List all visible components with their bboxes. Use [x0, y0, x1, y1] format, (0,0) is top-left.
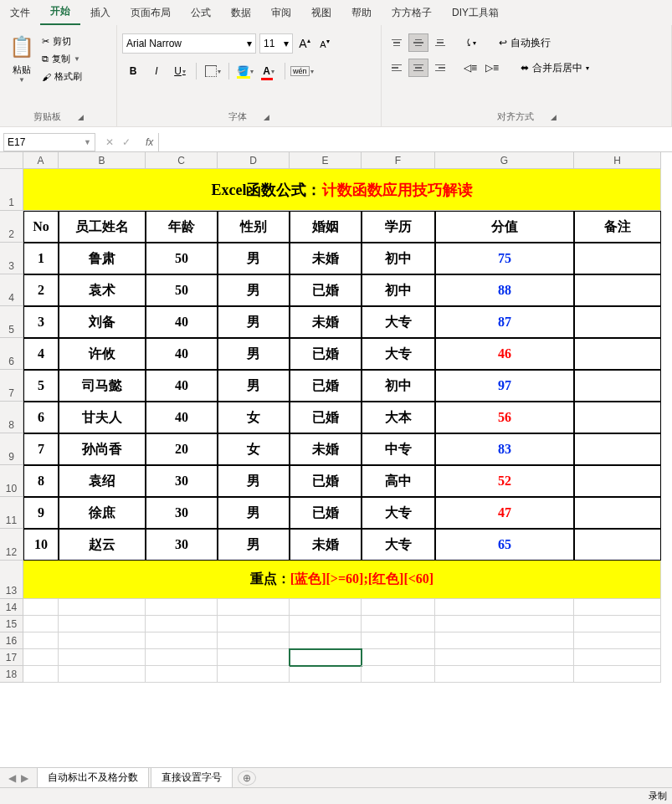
- cell[interactable]: 52: [435, 465, 574, 497]
- row-header-5[interactable]: 5: [0, 306, 23, 338]
- cell[interactable]: 男: [218, 243, 290, 274]
- cell[interactable]: [574, 497, 661, 529]
- cell[interactable]: 10: [23, 529, 59, 561]
- sheet-tab[interactable]: 自动标出不及格分数: [37, 767, 149, 789]
- border-button[interactable]: ▾: [202, 60, 223, 82]
- cell[interactable]: 袁绍: [59, 465, 146, 497]
- cell[interactable]: 83: [435, 433, 574, 465]
- cell[interactable]: [23, 666, 59, 683]
- cell[interactable]: 徐庶: [59, 497, 146, 529]
- cell[interactable]: [362, 616, 435, 632]
- font-color-button[interactable]: A▾: [258, 60, 280, 82]
- cell[interactable]: 75: [435, 243, 574, 274]
- cell[interactable]: 50: [146, 243, 218, 274]
- cell[interactable]: 56: [435, 402, 574, 433]
- cell[interactable]: 司马懿: [59, 370, 146, 402]
- cells-area[interactable]: Excel函数公式：计数函数应用技巧解读No员工姓名年龄性别婚姻学历分值备注1鲁…: [23, 169, 661, 683]
- cell[interactable]: 46: [435, 338, 574, 370]
- cell[interactable]: 分值: [435, 211, 574, 243]
- cell[interactable]: 已婚: [290, 370, 362, 402]
- align-right-button[interactable]: [430, 59, 450, 77]
- cell[interactable]: [574, 666, 661, 683]
- cell[interactable]: 已婚: [290, 274, 362, 306]
- cell[interactable]: [290, 632, 362, 649]
- tab-开始[interactable]: 开始: [40, 0, 80, 25]
- fx-icon[interactable]: fx: [141, 136, 158, 148]
- cell[interactable]: 初中: [362, 274, 435, 306]
- cell[interactable]: [146, 649, 218, 666]
- row-header-12[interactable]: 12: [0, 529, 23, 561]
- cell[interactable]: [574, 599, 661, 616]
- cell[interactable]: 孙尚香: [59, 433, 146, 465]
- decrease-font-button[interactable]: A▾: [316, 33, 333, 54]
- cell[interactable]: [362, 649, 435, 666]
- cell[interactable]: 婚姻: [290, 211, 362, 243]
- cell[interactable]: 男: [218, 306, 290, 338]
- row-header-2[interactable]: 2: [0, 211, 23, 243]
- name-box[interactable]: E17 ▼: [3, 133, 95, 151]
- cell[interactable]: [290, 616, 362, 632]
- cell[interactable]: 初中: [362, 370, 435, 402]
- col-header-F[interactable]: F: [362, 152, 435, 169]
- col-header-H[interactable]: H: [574, 152, 661, 169]
- cell[interactable]: 未婚: [290, 306, 362, 338]
- cell[interactable]: 30: [146, 497, 218, 529]
- col-header-C[interactable]: C: [146, 152, 218, 169]
- tab-视图[interactable]: 视图: [301, 1, 341, 25]
- cell[interactable]: 高中: [362, 465, 435, 497]
- align-left-button[interactable]: [387, 59, 407, 77]
- underline-button[interactable]: U▾: [169, 60, 191, 82]
- cell[interactable]: 备注: [574, 211, 661, 243]
- cell[interactable]: 初中: [362, 243, 435, 274]
- cell[interactable]: [574, 616, 661, 632]
- cell[interactable]: 男: [218, 529, 290, 561]
- dialog-launcher-icon[interactable]: ◢: [78, 113, 84, 121]
- cut-button[interactable]: ✂ 剪切: [42, 35, 82, 48]
- cell[interactable]: [362, 666, 435, 683]
- bold-button[interactable]: B: [122, 60, 144, 82]
- cell[interactable]: 3: [23, 306, 59, 338]
- add-sheet-button[interactable]: ⊕: [238, 771, 256, 786]
- cell[interactable]: 大专: [362, 529, 435, 561]
- cell[interactable]: [574, 465, 661, 497]
- align-middle-button[interactable]: [408, 33, 428, 52]
- cell[interactable]: [574, 338, 661, 370]
- formula-bar[interactable]: [158, 133, 672, 151]
- row-header-10[interactable]: 10: [0, 465, 23, 497]
- cell[interactable]: [23, 632, 59, 649]
- cell[interactable]: [574, 243, 661, 274]
- row-header-6[interactable]: 6: [0, 338, 23, 370]
- cell[interactable]: [146, 616, 218, 632]
- orientation-button[interactable]: ⤹▾: [460, 33, 480, 52]
- increase-indent-button[interactable]: ▷≡: [482, 59, 502, 77]
- row-header-17[interactable]: 17: [0, 649, 23, 666]
- format-painter-button[interactable]: 🖌 格式刷: [42, 70, 82, 83]
- cell[interactable]: 40: [146, 338, 218, 370]
- cell[interactable]: 已婚: [290, 497, 362, 529]
- cell[interactable]: [59, 616, 146, 632]
- row-header-14[interactable]: 14: [0, 599, 23, 616]
- row-header-7[interactable]: 7: [0, 370, 23, 402]
- cell[interactable]: [574, 433, 661, 465]
- cell[interactable]: 5: [23, 370, 59, 402]
- cell[interactable]: 65: [435, 529, 574, 561]
- cell[interactable]: 30: [146, 529, 218, 561]
- cell[interactable]: 大专: [362, 306, 435, 338]
- row-header-11[interactable]: 11: [0, 497, 23, 529]
- cell[interactable]: [59, 632, 146, 649]
- cell[interactable]: 大本: [362, 402, 435, 433]
- cell[interactable]: 赵云: [59, 529, 146, 561]
- cell[interactable]: [146, 666, 218, 683]
- row-header-1[interactable]: 1: [0, 169, 23, 211]
- cell[interactable]: 1: [23, 243, 59, 274]
- cell[interactable]: [574, 306, 661, 338]
- wrap-text-button[interactable]: ↩自动换行: [494, 34, 556, 52]
- cell[interactable]: [59, 649, 146, 666]
- cell[interactable]: 鲁肃: [59, 243, 146, 274]
- increase-font-button[interactable]: A▴: [296, 33, 313, 54]
- cell[interactable]: 男: [218, 497, 290, 529]
- tab-审阅[interactable]: 审阅: [261, 1, 301, 25]
- cell[interactable]: [362, 599, 435, 616]
- cell[interactable]: [218, 616, 290, 632]
- tab-DIY工具箱[interactable]: DIY工具箱: [442, 1, 509, 25]
